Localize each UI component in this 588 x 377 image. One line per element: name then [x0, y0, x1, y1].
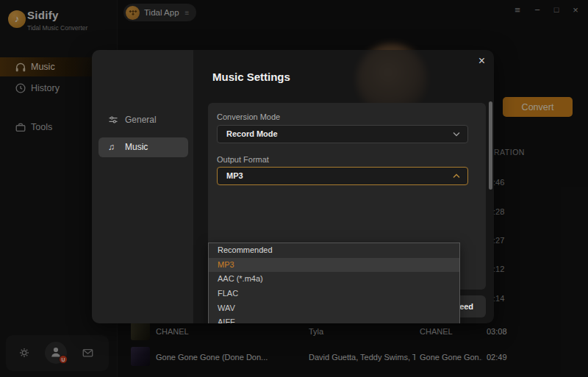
- sliders-icon: [108, 115, 118, 125]
- dropdown-option-wav[interactable]: WAV: [209, 301, 459, 316]
- modal-scrollbar-thumb[interactable]: [489, 101, 492, 190]
- settings-tab-general[interactable]: General: [98, 110, 188, 130]
- output-format-dropdown: Recommended MP3 AAC (*.m4a) FLAC WAV AIF…: [208, 243, 460, 323]
- output-format-value: MP3: [226, 168, 243, 184]
- conversion-mode-label: Conversion Mode: [217, 112, 280, 121]
- chevron-down-icon: [453, 132, 460, 137]
- dropdown-option-aac[interactable]: AAC (*.m4a): [209, 272, 459, 287]
- settings-tab-label: General: [125, 110, 157, 130]
- chevron-up-icon: [453, 173, 460, 179]
- dropdown-option-aiff[interactable]: AIFF: [209, 315, 459, 323]
- dropdown-group-header: Recommended: [209, 243, 459, 258]
- output-format-label: Output Format: [217, 155, 269, 164]
- music-note-icon: ♫: [108, 142, 118, 152]
- app-window: ♪ Sidify Tidal Music Converter Music His…: [0, 0, 588, 377]
- close-icon[interactable]: ×: [478, 54, 485, 68]
- dropdown-option-mp3[interactable]: MP3: [209, 258, 459, 273]
- output-format-select[interactable]: MP3: [217, 167, 468, 185]
- settings-tab-label: Music: [125, 137, 148, 157]
- modal-title: Music Settings: [212, 71, 290, 83]
- settings-tab-music[interactable]: ♫ Music: [98, 137, 188, 157]
- dropdown-option-flac[interactable]: FLAC: [209, 287, 459, 301]
- settings-modal: General ♫ Music × Music Settings Convers…: [92, 50, 494, 323]
- settings-nav: General ♫ Music: [92, 50, 193, 323]
- conversion-mode-select[interactable]: Record Mode: [217, 125, 468, 143]
- conversion-mode-value: Record Mode: [226, 126, 278, 143]
